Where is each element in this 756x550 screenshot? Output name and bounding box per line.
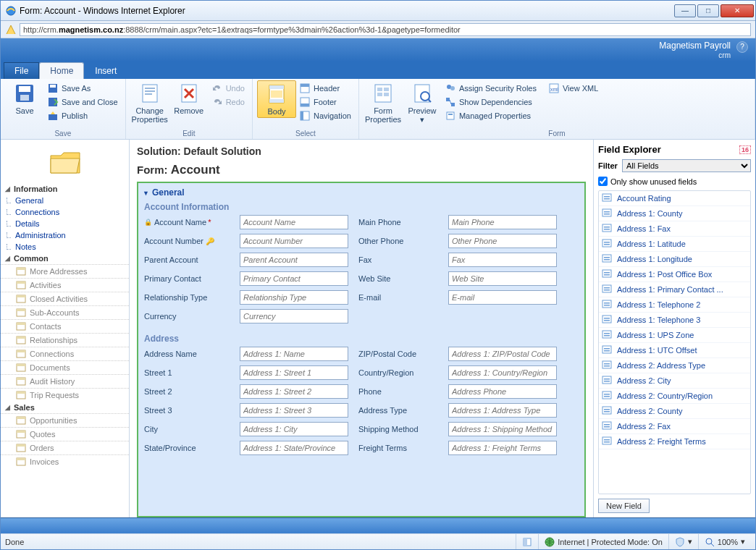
field-input[interactable] <box>448 441 557 455</box>
left-nav[interactable]: ◢Information GeneralConnectionsDetailsAd… <box>1 140 130 517</box>
field-list-item[interactable]: Address 2: County <box>599 404 750 419</box>
filter-select[interactable]: All Fields <box>622 159 751 172</box>
minimize-button[interactable]: — <box>674 4 696 17</box>
field-list-item[interactable]: Account Rating <box>599 191 750 206</box>
redo-button[interactable]: Redo <box>209 96 248 109</box>
nav-item-invoices[interactable]: Invoices <box>1 454 129 468</box>
field-input[interactable] <box>240 253 348 267</box>
url-field[interactable]: http://crm.magnetism.co.nz:8888/crm/main… <box>20 23 751 36</box>
field-input[interactable] <box>448 347 557 361</box>
nav-item-general[interactable]: General <box>1 195 129 206</box>
nav-item-details[interactable]: Details <box>1 218 129 229</box>
svg-rect-53 <box>17 350 25 352</box>
navigation-button[interactable]: Navigation <box>296 109 354 122</box>
nav-section-information[interactable]: ◢Information <box>1 183 129 195</box>
field-input[interactable] <box>448 365 557 380</box>
close-button[interactable]: ✕ <box>721 4 754 17</box>
field-input[interactable] <box>448 271 557 286</box>
status-security[interactable]: ▾ <box>668 534 698 549</box>
publish-button[interactable]: Publish <box>44 109 121 122</box>
field-list-item[interactable]: Address 1: Primary Contact ... <box>599 282 750 297</box>
nav-section-common[interactable]: ◢Common <box>1 253 129 264</box>
nav-item-contacts[interactable]: Contacts <box>1 319 129 333</box>
field-input[interactable] <box>240 309 348 323</box>
nav-item-notes[interactable]: Notes <box>1 241 129 253</box>
nav-item-trip-requests[interactable]: Trip Requests <box>1 388 129 402</box>
field-input[interactable] <box>448 290 557 305</box>
view-xml-button[interactable]: xmlView XML <box>545 82 601 95</box>
field-list-item[interactable]: Address 2: Fax <box>599 419 750 434</box>
field-input[interactable] <box>240 234 348 248</box>
save-as-button[interactable]: Save As <box>44 82 121 95</box>
save-button[interactable]: Save <box>5 80 44 117</box>
show-deps-button[interactable]: Show Dependencies <box>442 96 539 109</box>
svg-rect-82 <box>604 259 610 261</box>
status-zoom[interactable]: 100% ▾ <box>698 534 751 549</box>
remove-button[interactable]: Remove <box>169 80 209 117</box>
field-list-item[interactable]: Address 1: Fax <box>599 221 750 237</box>
field-input[interactable] <box>448 422 557 436</box>
nav-item-audit-history[interactable]: Audit History <box>1 374 129 388</box>
change-properties-button[interactable]: Change Properties <box>130 80 169 125</box>
only-unused-checkbox[interactable] <box>598 177 608 186</box>
field-list-item[interactable]: Address 2: Freight Terms <box>599 434 750 449</box>
nav-item-connections[interactable]: Connections <box>1 347 129 360</box>
nav-item-more-addresses[interactable]: More Addresses <box>1 264 129 278</box>
body-button[interactable]: Body <box>257 80 296 118</box>
nav-item-connections[interactable]: Connections <box>1 206 129 218</box>
nav-section-sales[interactable]: ◢Sales <box>1 402 129 413</box>
section-general[interactable]: ▼General <box>143 186 580 199</box>
insert-tab[interactable]: Insert <box>84 62 127 79</box>
field-list-item[interactable]: Address 1: Latitude <box>599 237 750 252</box>
field-input[interactable] <box>240 384 348 399</box>
nav-item-quotes[interactable]: Quotes <box>1 427 129 441</box>
preview-button[interactable]: Preview▾ <box>403 80 442 126</box>
field-input[interactable] <box>240 290 348 305</box>
field-input[interactable] <box>240 422 348 436</box>
field-input[interactable] <box>448 215 557 229</box>
field-list-item[interactable]: Address 1: Telephone 3 <box>599 313 750 328</box>
save-close-button[interactable]: Save and Close <box>44 96 121 109</box>
field-list-item[interactable]: Address 2: Address Type <box>599 358 750 373</box>
nav-item-orders[interactable]: Orders <box>1 441 129 454</box>
new-field-button[interactable]: New Field <box>598 499 650 513</box>
assign-roles-button[interactable]: Assign Security Roles <box>442 82 539 95</box>
field-list-item[interactable]: Address 1: Telephone 2 <box>599 297 750 313</box>
field-list-item[interactable]: Address 1: UPS Zone <box>599 328 750 343</box>
field-input[interactable] <box>240 271 348 286</box>
managed-props-button[interactable]: Managed Properties <box>442 109 539 122</box>
nav-item-relationships[interactable]: Relationships <box>1 333 129 347</box>
nav-item-sub-accounts[interactable]: Sub-Accounts <box>1 305 129 319</box>
field-list-item[interactable]: Address 2: City <box>599 373 750 389</box>
field-input[interactable] <box>240 441 348 455</box>
field-list-item[interactable]: Address 1: Longitude <box>599 252 750 267</box>
maximize-button[interactable]: □ <box>697 4 719 17</box>
help-icon[interactable]: ? <box>736 41 748 53</box>
form-properties-button[interactable]: Form Properties <box>364 80 403 125</box>
field-input[interactable] <box>240 215 348 229</box>
field-list-item[interactable]: Address 2: Country/Region <box>599 389 750 404</box>
field-input[interactable] <box>240 347 348 361</box>
field-input[interactable] <box>448 403 557 418</box>
file-tab[interactable]: File <box>4 62 39 79</box>
nav-item-administration[interactable]: Administration <box>1 229 129 241</box>
field-input[interactable] <box>448 384 557 399</box>
nav-item-closed-activities[interactable]: Closed Activities <box>1 292 129 305</box>
home-tab[interactable]: Home <box>39 62 84 79</box>
nav-item-activities[interactable]: Activities <box>1 278 129 292</box>
form-canvas[interactable]: ▼General Account Information 🔒Account Na… <box>137 182 586 517</box>
field-input[interactable] <box>448 234 557 248</box>
footer-button[interactable]: Footer <box>296 96 354 109</box>
status-compat[interactable] <box>516 534 538 549</box>
field-input[interactable] <box>240 403 348 418</box>
field-list[interactable]: Account RatingAddress 1: CountyAddress 1… <box>598 190 751 494</box>
field-input[interactable] <box>240 365 348 380</box>
undo-button[interactable]: Undo <box>209 82 248 95</box>
header-button[interactable]: Header <box>296 82 354 95</box>
field-list-item[interactable]: Address 1: Post Office Box <box>599 267 750 282</box>
field-list-item[interactable]: Address 1: UTC Offset <box>599 343 750 358</box>
field-list-item[interactable]: Address 1: County <box>599 206 750 221</box>
nav-item-opportunities[interactable]: Opportunities <box>1 413 129 427</box>
nav-item-documents[interactable]: Documents <box>1 360 129 374</box>
field-input[interactable] <box>448 253 557 267</box>
